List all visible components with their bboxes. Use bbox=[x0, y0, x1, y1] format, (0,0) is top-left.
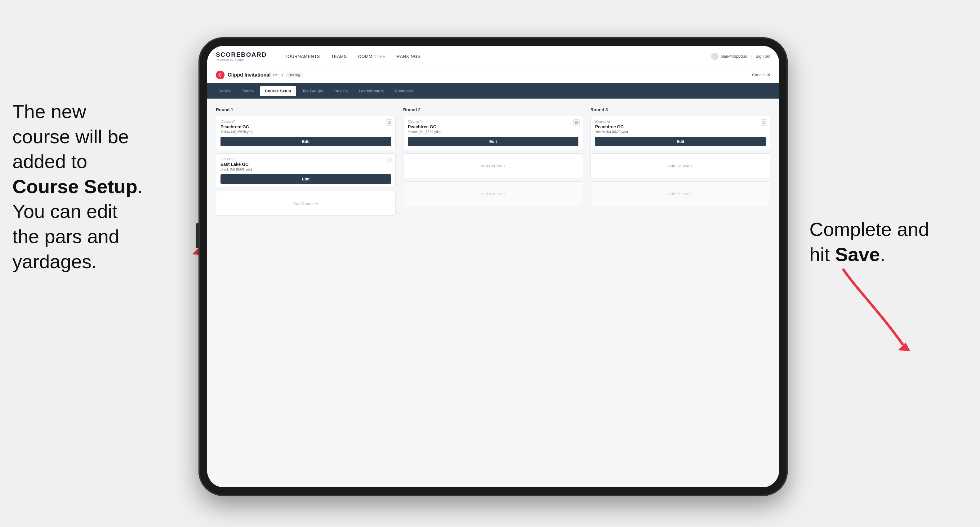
course-b-delete-button[interactable]: ⊡ bbox=[386, 157, 392, 163]
course-b-name: East Lake GC bbox=[221, 162, 391, 167]
nav-tournaments[interactable]: TOURNAMENTS bbox=[279, 51, 325, 61]
tab-teams[interactable]: Teams bbox=[237, 86, 259, 96]
tablet-screen: SCOREBOARD Powered by clippd TOURNAMENTS… bbox=[207, 46, 779, 487]
round-2-course-a-delete-button[interactable]: ⊡ bbox=[573, 119, 580, 125]
round-3-add-course-label: Add Course + bbox=[668, 163, 693, 168]
tournament-logo: C bbox=[216, 71, 224, 79]
round-1-column: Round 1 (Course A) Peachtree GC Yellow (… bbox=[216, 107, 396, 219]
round-3-course-a-header: (Course A) bbox=[595, 120, 766, 123]
sign-out-link[interactable]: Sign out bbox=[756, 54, 770, 59]
tablet-shell: SCOREBOARD Powered by clippd TOURNAMENTS… bbox=[199, 37, 788, 496]
main-content: Round 1 (Course A) Peachtree GC Yellow (… bbox=[207, 98, 779, 487]
course-a-delete-button[interactable]: ⊡ bbox=[386, 119, 392, 125]
round-2-label: Round 2 bbox=[403, 107, 583, 112]
round-1-label: Round 1 bbox=[216, 107, 396, 112]
tab-bar: Details Teams Course Setup Tee Groups Re… bbox=[207, 83, 779, 98]
round-3-course-a-details: Yellow (M) (6629 yds) bbox=[595, 130, 766, 133]
course-b-details: Black (M) (6891 yds) bbox=[221, 167, 391, 171]
round-3-course-a-edit-button[interactable]: Edit bbox=[595, 137, 766, 146]
round-2-add-course-label: Add Course + bbox=[481, 163, 506, 168]
round-1-add-course-button[interactable]: Add Course + bbox=[216, 191, 396, 216]
tab-tee-groups[interactable]: Tee Groups bbox=[298, 86, 328, 96]
main-nav: TOURNAMENTS TEAMS COMMITTEE RANKINGS bbox=[279, 51, 711, 61]
scoreboard-logo: SCOREBOARD Powered by clippd bbox=[216, 51, 267, 61]
tablet-side-button bbox=[196, 223, 199, 248]
nav-right: blair@clippd.io | Sign out bbox=[711, 53, 770, 60]
round-1-course-a-edit-button[interactable]: Edit bbox=[221, 137, 391, 146]
round-3-column: Round 3 (Course A) Peachtree GC Yellow (… bbox=[590, 107, 770, 219]
sub-header: C Clippd Invitational (Men) Hosting Canc… bbox=[207, 67, 779, 83]
course-b-header: (Course B) bbox=[221, 157, 391, 161]
round-3-course-a-delete-button[interactable]: ⊡ bbox=[761, 119, 767, 125]
tab-details[interactable]: Details bbox=[213, 86, 236, 96]
round-3-course-a-name: Peachtree GC bbox=[595, 124, 766, 129]
round-2-add-course-button[interactable]: Add Course + bbox=[403, 154, 583, 178]
left-annotation: The new course will be added to Course S… bbox=[13, 99, 192, 274]
round-1-add-course-label: Add Course + bbox=[293, 201, 318, 206]
hosting-badge: Hosting bbox=[286, 73, 302, 78]
cancel-button[interactable]: Cancel ✕ bbox=[752, 73, 770, 77]
svg-marker-1 bbox=[898, 343, 910, 351]
tournament-gender: (Men) bbox=[273, 73, 283, 77]
round-3-label: Round 3 bbox=[590, 107, 770, 112]
tournament-name: Clippd Invitational bbox=[228, 72, 271, 78]
round-2-course-a-header: (Course A) bbox=[408, 120, 578, 123]
user-email: blair@clippd.io bbox=[721, 54, 747, 59]
tab-printables[interactable]: Printables bbox=[390, 86, 418, 96]
round-2-course-a-name: Peachtree GC bbox=[408, 124, 578, 129]
round-1-course-b-edit-button[interactable]: Edit bbox=[221, 174, 391, 184]
course-a-name: Peachtree GC bbox=[221, 124, 391, 129]
round-3-add-course-button[interactable]: Add Course + bbox=[590, 154, 770, 178]
nav-teams[interactable]: TEAMS bbox=[326, 51, 353, 61]
nav-rankings[interactable]: RANKINGS bbox=[391, 51, 426, 61]
user-avatar bbox=[711, 53, 719, 60]
round-1-course-b-card: (Course B) East Lake GC Black (M) (6891 … bbox=[216, 154, 396, 188]
round-3-course-a-card: (Course A) Peachtree GC Yellow (M) (6629… bbox=[590, 116, 770, 150]
round-3-add-course-disabled: Add Course + bbox=[590, 181, 770, 206]
tab-course-setup[interactable]: Course Setup bbox=[260, 86, 296, 96]
tab-leaderboards[interactable]: Leaderboards bbox=[354, 86, 388, 96]
tab-results[interactable]: Results bbox=[329, 86, 353, 96]
round-2-column: Round 2 (Course A) Peachtree GC Yellow (… bbox=[403, 107, 583, 219]
right-arrow bbox=[819, 264, 918, 357]
round-2-course-a-card: (Course A) Peachtree GC Yellow (M) (6629… bbox=[403, 116, 583, 150]
course-a-header: (Course A) bbox=[221, 120, 391, 123]
logo-title: SCOREBOARD bbox=[216, 51, 267, 58]
rounds-grid: Round 1 (Course A) Peachtree GC Yellow (… bbox=[216, 107, 770, 219]
round-1-course-a-card: (Course A) Peachtree GC Yellow (M) (6629… bbox=[216, 116, 396, 150]
round-3-add-course-disabled-label: Add Course + bbox=[668, 192, 693, 196]
round-2-course-a-details: Yellow (M) (6629 yds) bbox=[408, 130, 578, 133]
round-2-add-course-disabled-label: Add Course + bbox=[481, 192, 506, 196]
round-2-course-a-edit-button[interactable]: Edit bbox=[408, 137, 578, 146]
logo-subtitle: Powered by clippd bbox=[216, 58, 267, 61]
nav-committee[interactable]: COMMITTEE bbox=[353, 51, 391, 61]
round-2-add-course-disabled: Add Course + bbox=[403, 181, 583, 206]
course-a-details: Yellow (M) (6629 yds) bbox=[221, 130, 391, 133]
top-nav: SCOREBOARD Powered by clippd TOURNAMENTS… bbox=[207, 46, 779, 67]
right-annotation: Complete and hit Save. bbox=[810, 217, 940, 267]
